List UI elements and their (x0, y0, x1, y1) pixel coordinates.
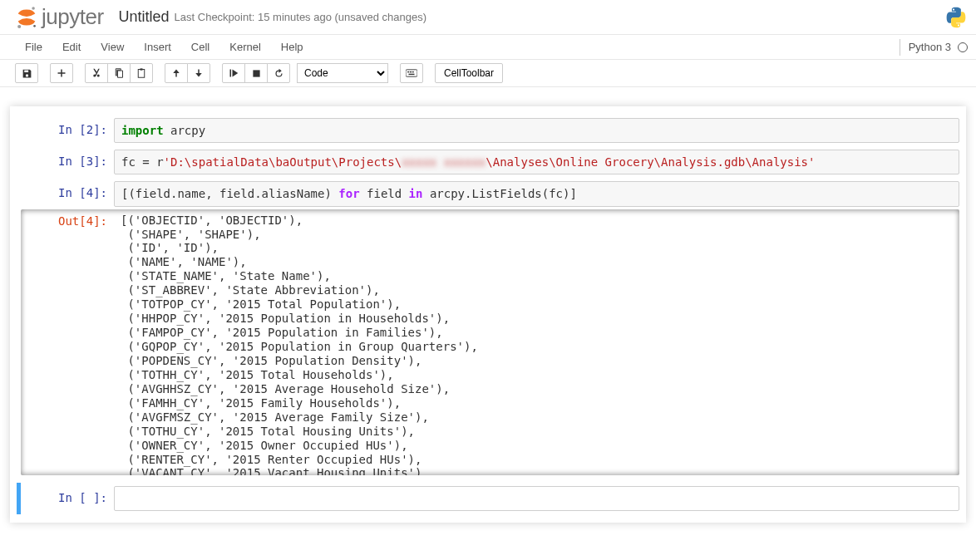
copy-button[interactable] (107, 63, 131, 83)
kernel-name: Python 3 (909, 41, 951, 53)
checkpoint-status: Last Checkpoint: 15 minutes ago (unsaved… (175, 11, 427, 23)
jupyter-logo[interactable]: jupyter (15, 4, 104, 30)
svg-rect-5 (230, 70, 232, 77)
code-cell[interactable]: In [ ]: (21, 486, 959, 511)
menu-edit[interactable]: Edit (52, 36, 91, 58)
svg-rect-7 (406, 70, 417, 76)
svg-rect-3 (138, 70, 145, 78)
code-input[interactable]: import arcpy (114, 118, 959, 143)
svg-rect-10 (412, 71, 414, 72)
code-input[interactable] (114, 486, 959, 511)
menu-kernel[interactable]: Kernel (219, 36, 271, 58)
toolbar: Code CellToolbar (0, 60, 976, 87)
menubar: FileEditViewInsertCellKernelHelp Python … (0, 35, 976, 60)
code-cell[interactable]: In [3]: fc = r'D:\spatialData\baOutput\P… (21, 150, 959, 174)
notebook-title[interactable]: Untitled (119, 8, 170, 26)
menu-file[interactable]: File (15, 36, 52, 58)
menu-cell[interactable]: Cell (181, 36, 219, 58)
code-input[interactable]: [(field.name, field.aliasName) for field… (114, 181, 959, 206)
input-prompt: In [3]: (21, 150, 114, 174)
cut-button[interactable] (85, 63, 108, 83)
output-prompt: Out[4]: (21, 209, 114, 475)
input-prompt: In [2]: (21, 118, 114, 143)
menu-view[interactable]: View (91, 36, 134, 58)
command-palette-button[interactable] (400, 63, 423, 83)
menu-insert[interactable]: Insert (134, 36, 181, 58)
kernel-status-icon (958, 42, 968, 52)
python-icon (944, 6, 968, 29)
svg-point-0 (32, 7, 35, 10)
paste-button[interactable] (130, 63, 153, 83)
svg-rect-11 (409, 74, 415, 75)
move-down-button[interactable] (187, 63, 210, 83)
move-up-button[interactable] (165, 63, 188, 83)
svg-rect-6 (253, 70, 259, 76)
svg-rect-8 (407, 71, 409, 72)
output-cell: Out[4]: [('OBJECTID', 'OBJECTID'), ('SHA… (21, 209, 959, 475)
save-button[interactable] (15, 63, 38, 83)
run-button[interactable] (222, 63, 245, 83)
code-cell[interactable]: In [2]: import arcpy (21, 118, 959, 143)
code-input[interactable]: fc = r'D:\spatialData\baOutput\Projects\… (114, 150, 959, 174)
cell-toolbar-button[interactable]: CellToolbar (435, 63, 503, 83)
svg-rect-4 (140, 68, 143, 70)
add-cell-button[interactable] (50, 63, 73, 83)
input-prompt: In [ ]: (21, 486, 114, 511)
svg-point-2 (33, 24, 36, 27)
interrupt-button[interactable] (244, 63, 268, 83)
kernel-indicator[interactable]: Python 3 (900, 39, 968, 56)
header: jupyter Untitled Last Checkpoint: 15 min… (0, 0, 976, 35)
svg-rect-9 (410, 71, 412, 72)
code-cell[interactable]: In [4]: [(field.name, field.aliasName) f… (21, 181, 959, 206)
restart-button[interactable] (267, 63, 290, 83)
jupyter-icon (15, 6, 38, 29)
svg-point-1 (17, 24, 21, 27)
output-scroll-area[interactable]: Out[4]: [('OBJECTID', 'OBJECTID'), ('SHA… (21, 209, 959, 475)
notebook-container: In [2]: import arcpy In [3]: fc = r'D:\s… (0, 87, 976, 533)
notebook: In [2]: import arcpy In [3]: fc = r'D:\s… (10, 106, 966, 523)
logo-text: jupyter (42, 4, 104, 30)
menu-help[interactable]: Help (271, 36, 313, 58)
cell-type-select[interactable]: Code (297, 63, 388, 83)
output-text: [('OBJECTID', 'OBJECTID'), ('SHAPE', 'SH… (114, 209, 959, 475)
input-prompt: In [4]: (21, 181, 114, 206)
